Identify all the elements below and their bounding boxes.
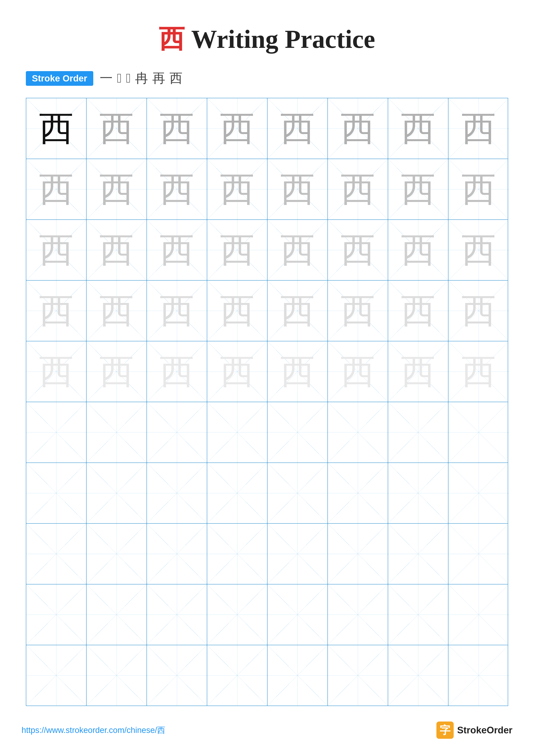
grid-cell[interactable]: 西 bbox=[26, 159, 87, 219]
grid-cell[interactable]: 西 bbox=[147, 98, 207, 159]
grid-cell[interactable] bbox=[26, 584, 87, 645]
grid-cell[interactable] bbox=[147, 463, 207, 523]
grid-cell[interactable] bbox=[26, 645, 87, 706]
grid-cell[interactable]: 西 bbox=[87, 281, 147, 341]
grid-cell[interactable] bbox=[267, 463, 328, 523]
grid-cell[interactable] bbox=[388, 584, 448, 645]
grid-cell[interactable]: 西 bbox=[87, 220, 147, 280]
practice-char: 西 bbox=[39, 111, 73, 146]
grid-cell[interactable]: 西 bbox=[328, 220, 388, 280]
grid-cell[interactable] bbox=[87, 645, 147, 706]
grid-cell[interactable] bbox=[448, 645, 509, 706]
practice-char: 西 bbox=[341, 354, 375, 389]
grid-cell[interactable]: 西 bbox=[388, 341, 448, 402]
grid-cell[interactable]: 西 bbox=[448, 341, 509, 402]
grid-cell[interactable] bbox=[26, 524, 87, 584]
grid-cell[interactable]: 西 bbox=[448, 98, 509, 159]
grid-cell[interactable] bbox=[448, 584, 509, 645]
grid-cell[interactable] bbox=[87, 463, 147, 523]
grid-cell[interactable]: 西 bbox=[388, 281, 448, 341]
grid-cell[interactable] bbox=[267, 584, 328, 645]
grid-cell[interactable] bbox=[328, 402, 388, 463]
grid-cell[interactable] bbox=[388, 402, 448, 463]
grid-cell[interactable]: 西 bbox=[26, 281, 87, 341]
grid-cell[interactable] bbox=[147, 645, 207, 706]
grid-cell[interactable] bbox=[448, 463, 509, 523]
grid-cell[interactable] bbox=[87, 402, 147, 463]
grid-cell[interactable]: 西 bbox=[207, 341, 267, 402]
grid-cell[interactable] bbox=[87, 584, 147, 645]
grid-cell[interactable]: 西 bbox=[147, 220, 207, 280]
grid-cell[interactable]: 西 bbox=[388, 159, 448, 219]
grid-cell[interactable]: 西 bbox=[328, 281, 388, 341]
practice-grid[interactable]: 西西西西西西西西西西西西西西西西西西西西西西西西西西西西西西西西西西西西西西西西 bbox=[26, 98, 508, 706]
grid-cell[interactable] bbox=[388, 524, 448, 584]
practice-char: 西 bbox=[39, 293, 73, 328]
grid-cell[interactable] bbox=[207, 645, 267, 706]
grid-cell[interactable]: 西 bbox=[26, 341, 87, 402]
grid-cell[interactable] bbox=[388, 463, 448, 523]
grid-row: 西西西西西西西西 bbox=[26, 281, 508, 341]
grid-cell[interactable]: 西 bbox=[26, 98, 87, 159]
brand-name: StrokeOrder bbox=[457, 725, 513, 736]
practice-char: 西 bbox=[160, 233, 194, 267]
grid-cell[interactable] bbox=[147, 584, 207, 645]
grid-cell[interactable] bbox=[328, 584, 388, 645]
grid-cell[interactable]: 西 bbox=[207, 220, 267, 280]
practice-char: 西 bbox=[461, 293, 496, 328]
grid-cell[interactable] bbox=[207, 402, 267, 463]
practice-char: 西 bbox=[99, 172, 134, 206]
grid-cell[interactable] bbox=[448, 402, 509, 463]
grid-cell[interactable]: 西 bbox=[328, 159, 388, 219]
grid-cell[interactable]: 西 bbox=[267, 220, 328, 280]
grid-cell[interactable]: 西 bbox=[87, 159, 147, 219]
grid-cell[interactable]: 西 bbox=[207, 98, 267, 159]
grid-cell[interactable]: 西 bbox=[388, 220, 448, 280]
grid-cell[interactable]: 西 bbox=[267, 281, 328, 341]
grid-cell[interactable]: 西 bbox=[147, 159, 207, 219]
grid-cell[interactable] bbox=[26, 402, 87, 463]
grid-cell[interactable]: 西 bbox=[87, 98, 147, 159]
practice-char: 西 bbox=[280, 293, 315, 328]
grid-cell[interactable]: 西 bbox=[87, 341, 147, 402]
footer-url: https://www.strokeorder.com/chinese/西 bbox=[21, 725, 165, 736]
grid-cell[interactable] bbox=[388, 645, 448, 706]
grid-cell[interactable]: 西 bbox=[267, 98, 328, 159]
stroke-sequence: 一 𠃌 𠃍 冉 再 西 bbox=[100, 69, 183, 87]
grid-cell[interactable]: 西 bbox=[26, 220, 87, 280]
grid-cell[interactable] bbox=[267, 402, 328, 463]
grid-cell[interactable] bbox=[87, 524, 147, 584]
grid-cell[interactable]: 西 bbox=[328, 341, 388, 402]
grid-cell[interactable]: 西 bbox=[448, 220, 509, 280]
grid-cell[interactable] bbox=[267, 645, 328, 706]
grid-cell[interactable]: 西 bbox=[207, 281, 267, 341]
grid-cell[interactable]: 西 bbox=[207, 159, 267, 219]
grid-cell[interactable] bbox=[267, 524, 328, 584]
grid-cell[interactable] bbox=[328, 463, 388, 523]
practice-char: 西 bbox=[160, 172, 194, 206]
practice-char: 西 bbox=[461, 354, 496, 389]
grid-cell[interactable] bbox=[328, 524, 388, 584]
grid-cell[interactable] bbox=[26, 463, 87, 523]
grid-cell[interactable] bbox=[207, 524, 267, 584]
practice-char: 西 bbox=[401, 354, 435, 389]
grid-cell[interactable]: 西 bbox=[388, 98, 448, 159]
grid-cell[interactable]: 西 bbox=[328, 98, 388, 159]
practice-char: 西 bbox=[99, 111, 134, 146]
grid-cell[interactable]: 西 bbox=[147, 341, 207, 402]
grid-cell[interactable] bbox=[207, 584, 267, 645]
practice-char: 西 bbox=[280, 111, 315, 146]
grid-cell[interactable]: 西 bbox=[448, 281, 509, 341]
practice-char: 西 bbox=[401, 111, 435, 146]
grid-cell[interactable]: 西 bbox=[267, 159, 328, 219]
grid-cell[interactable] bbox=[147, 402, 207, 463]
grid-cell[interactable] bbox=[147, 524, 207, 584]
grid-cell[interactable] bbox=[328, 645, 388, 706]
practice-char: 西 bbox=[341, 233, 375, 267]
grid-cell[interactable]: 西 bbox=[448, 159, 509, 219]
header-title-text: Writing Practice bbox=[191, 24, 375, 54]
grid-cell[interactable]: 西 bbox=[147, 281, 207, 341]
grid-cell[interactable] bbox=[207, 463, 267, 523]
grid-cell[interactable]: 西 bbox=[267, 341, 328, 402]
grid-cell[interactable] bbox=[448, 524, 509, 584]
